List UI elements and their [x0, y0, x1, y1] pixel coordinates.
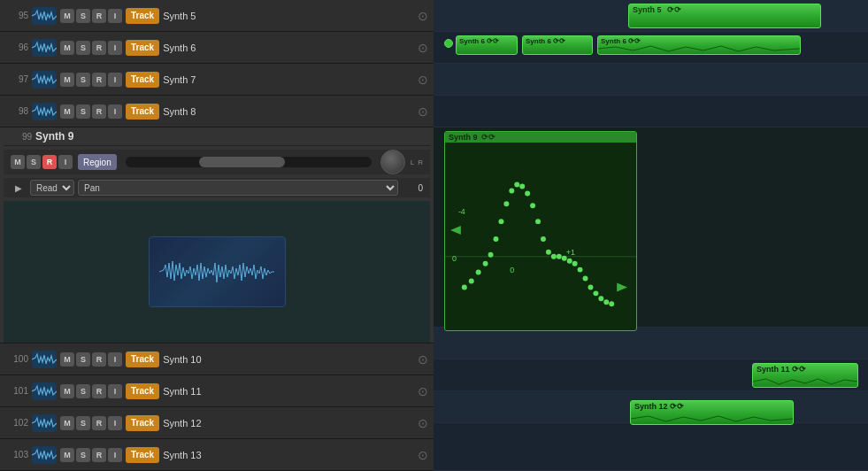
solo-btn-96[interactable]: S [76, 41, 90, 55]
msri-95: M S R I [60, 9, 122, 23]
track-num-99: 99 [7, 132, 32, 142]
region-synth9-header: Synth 9 ⟳⟳ [445, 132, 636, 143]
mute-btn-101[interactable]: M [60, 384, 74, 398]
svg-point-27 [562, 256, 567, 261]
input-btn-96[interactable]: I [108, 41, 122, 55]
solo-btn-100[interactable]: S [76, 352, 90, 367]
more-btn-103[interactable]: ⊙ [416, 448, 430, 462]
svg-text:+1: +1 [566, 248, 575, 257]
track-row-96: 96 M S R I Track Synth 6 ⊙ [0, 32, 434, 64]
expanded-content-99 [4, 201, 430, 343]
svg-point-14 [494, 236, 499, 242]
track-num-97: 97 [4, 74, 28, 84]
mute-btn-99[interactable]: M [11, 155, 25, 169]
region-synth6c[interactable]: Synth 6 ⟳⟳ [597, 35, 801, 55]
track-num-95: 95 [4, 11, 28, 20]
solo-btn-102[interactable]: S [76, 416, 90, 430]
region-synth6a[interactable]: Synth 6 ⟳⟳ [456, 35, 518, 55]
mute-btn-103[interactable]: M [60, 448, 74, 462]
input-btn-102[interactable]: I [108, 416, 122, 430]
input-btn-97[interactable]: I [108, 73, 122, 87]
region-synth12[interactable]: Synth 12 ⟳⟳ [630, 400, 794, 425]
input-btn-101[interactable]: I [108, 384, 122, 398]
input-btn-98[interactable]: I [108, 104, 122, 119]
svg-text:-4: -4 [458, 207, 465, 216]
record-btn-97[interactable]: R [92, 73, 106, 87]
waveform-icon-100 [32, 351, 57, 368]
more-btn-102[interactable]: ⊙ [416, 416, 430, 430]
msri-102: M S R I [60, 416, 122, 430]
lane-97 [434, 64, 868, 96]
pan-select-99[interactable]: Pan [78, 180, 398, 196]
audio-clip-99[interactable] [149, 236, 286, 307]
mute-btn-98[interactable]: M [60, 104, 74, 119]
record-btn-102[interactable]: R [92, 416, 106, 430]
track-btn-97[interactable]: Track [126, 72, 159, 88]
svg-point-15 [498, 219, 503, 224]
solo-btn-98[interactable]: S [76, 104, 90, 119]
track-row-102: 102 M S R I Track Synth 12 ⊙ [0, 407, 434, 439]
msri-99: M S R I [11, 155, 73, 169]
track-name-96: Synth 6 [163, 42, 412, 53]
track-btn-95[interactable]: Track [126, 8, 159, 24]
mute-btn-95[interactable]: M [60, 9, 74, 23]
region-synth11[interactable]: Synth 11 ⟳⟳ [752, 363, 858, 388]
more-btn-101[interactable]: ⊙ [416, 384, 430, 398]
svg-point-19 [519, 184, 525, 189]
solo-btn-97[interactable]: S [76, 73, 90, 87]
record-btn-100[interactable]: R [92, 352, 106, 367]
svg-point-29 [572, 261, 578, 266]
mute-btn-102[interactable]: M [60, 416, 74, 430]
track-name-95: Synth 5 [163, 11, 412, 21]
region-synth5[interactable]: Synth 5 ⟳⟳ [628, 4, 821, 28]
record-btn-95[interactable]: R [92, 9, 106, 23]
more-btn-96[interactable]: ⊙ [416, 41, 430, 55]
svg-point-20 [525, 190, 530, 196]
track-name-101: Synth 11 [163, 386, 412, 397]
track-btn-101[interactable]: Track [126, 383, 159, 399]
arrange-view: Synth 5 ⟳⟳ Synth 6 ⟳⟳ Synth 6 ⟳⟳ Synth 6 [434, 0, 868, 471]
solo-btn-95[interactable]: S [76, 9, 90, 23]
track-num-100: 100 [4, 354, 28, 364]
track-num-102: 102 [4, 418, 28, 428]
solo-btn-99[interactable]: S [27, 155, 41, 169]
mute-btn-97[interactable]: M [60, 73, 74, 87]
input-btn-95[interactable]: I [108, 9, 122, 23]
read-select-99[interactable]: Read [30, 180, 74, 196]
record-btn-96[interactable]: R [92, 41, 106, 55]
solo-btn-101[interactable]: S [76, 384, 90, 398]
more-btn-100[interactable]: ⊙ [416, 352, 430, 367]
svg-point-12 [483, 261, 488, 266]
track-btn-96[interactable]: Track [126, 40, 159, 56]
region-synth9[interactable]: Synth 9 ⟳⟳ -4 0 0 +1 [444, 131, 637, 331]
input-btn-103[interactable]: I [108, 448, 122, 462]
input-btn-99[interactable]: I [58, 155, 73, 169]
solo-btn-103[interactable]: S [76, 448, 90, 462]
record-btn-98[interactable]: R [92, 104, 106, 119]
record-btn-101[interactable]: R [92, 384, 106, 398]
lane-100 [434, 328, 868, 359]
region-label-synth5: Synth 5 ⟳⟳ [629, 4, 820, 15]
svg-point-35 [603, 299, 609, 305]
mute-btn-100[interactable]: M [60, 352, 74, 367]
region-btn-99[interactable]: Region [78, 154, 117, 170]
more-btn-97[interactable]: ⊙ [416, 73, 430, 87]
svg-text:0: 0 [510, 266, 514, 274]
mute-btn-96[interactable]: M [60, 41, 74, 55]
track-btn-103[interactable]: Track [126, 447, 159, 463]
more-btn-98[interactable]: ⊙ [416, 104, 430, 119]
lane-103 [434, 423, 868, 471]
region-synth6b[interactable]: Synth 6 ⟳⟳ [522, 35, 593, 55]
record-btn-103[interactable]: R [92, 448, 106, 462]
track-btn-102[interactable]: Track [126, 415, 159, 431]
synth6-dot [444, 39, 453, 48]
record-btn-99[interactable]: R [42, 155, 57, 169]
msri-96: M S R I [60, 41, 122, 55]
input-btn-100[interactable]: I [108, 352, 122, 367]
more-btn-95[interactable]: ⊙ [416, 9, 430, 23]
pan-knob-99[interactable] [380, 150, 405, 174]
play-btn-99[interactable]: ▶ [11, 180, 27, 196]
track-btn-100[interactable]: Track [126, 351, 159, 367]
svg-point-22 [535, 219, 541, 224]
track-btn-98[interactable]: Track [126, 104, 159, 120]
